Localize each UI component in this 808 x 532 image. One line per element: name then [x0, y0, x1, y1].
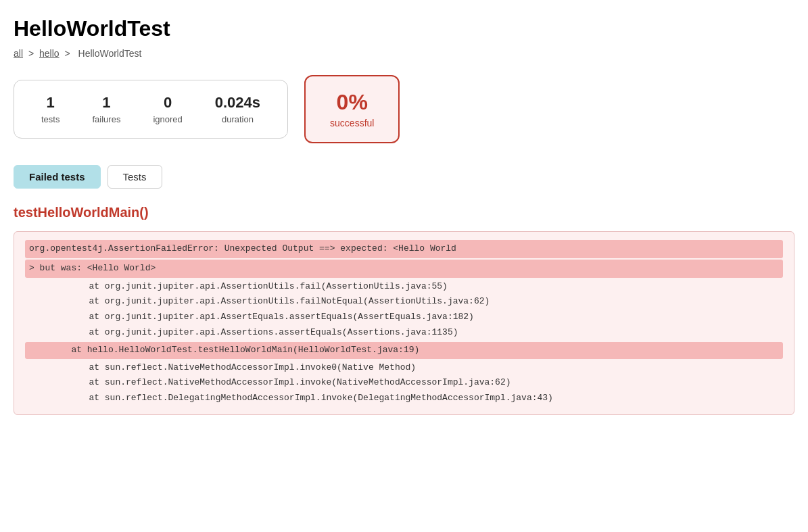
- failures-value: 1: [92, 94, 120, 112]
- error-stack-line: at sun.reflect.DelegatingMethodAccessorI…: [25, 391, 783, 406]
- tab-tests[interactable]: Tests: [108, 165, 162, 189]
- error-block: org.opentest4j.AssertionFailedError: Une…: [14, 231, 794, 415]
- test-method-title: testHelloWorldMain(): [14, 205, 794, 220]
- duration-label: duration: [215, 114, 260, 124]
- page-title: HelloWorldTest: [14, 16, 794, 41]
- error-line-2: > but was: <Hello World>: [25, 260, 783, 278]
- success-label: successful: [330, 118, 374, 128]
- error-stack-line: at sun.reflect.NativeMethodAccessorImpl.…: [25, 360, 783, 376]
- tests-label: tests: [41, 114, 60, 124]
- breadcrumb-current: HelloWorldTest: [78, 48, 142, 59]
- breadcrumb-sep1: >: [28, 48, 34, 59]
- tabs-row: Failed tests Tests: [14, 165, 794, 189]
- stats-row: 1 tests 1 failures 0 ignored 0.024s dura…: [14, 75, 794, 143]
- ignored-label: ignored: [153, 114, 182, 124]
- tests-value: 1: [41, 94, 60, 112]
- failures-label: failures: [92, 114, 120, 124]
- error-stack-line: at hello.HelloWorldTest.testHelloWorldMa…: [25, 342, 783, 359]
- breadcrumb-all[interactable]: all: [14, 48, 23, 59]
- error-stack-line: at sun.reflect.NativeMethodAccessorImpl.…: [25, 375, 783, 391]
- success-percent: 0%: [330, 90, 374, 115]
- error-stack-line: at org.junit.jupiter.api.AssertionUtils.…: [25, 294, 783, 310]
- breadcrumb-hello[interactable]: hello: [39, 48, 60, 59]
- error-stack-line: at org.junit.jupiter.api.AssertEquals.as…: [25, 310, 783, 325]
- stat-failures: 1 failures: [92, 94, 120, 124]
- ignored-value: 0: [153, 94, 182, 112]
- stat-ignored: 0 ignored: [153, 94, 182, 124]
- tab-failed-tests[interactable]: Failed tests: [14, 165, 101, 189]
- error-stack-line: at org.junit.jupiter.api.AssertionUtils.…: [25, 279, 783, 295]
- stat-tests: 1 tests: [41, 94, 60, 124]
- duration-value: 0.024s: [215, 94, 260, 112]
- breadcrumb: all > hello > HelloWorldTest: [14, 48, 794, 59]
- stats-box: 1 tests 1 failures 0 ignored 0.024s dura…: [14, 80, 288, 139]
- stat-duration: 0.024s duration: [215, 94, 260, 124]
- error-stack-line: at org.junit.jupiter.api.Assertions.asse…: [25, 325, 783, 341]
- error-line-1: org.opentest4j.AssertionFailedError: Une…: [25, 240, 783, 258]
- success-box: 0% successful: [304, 75, 400, 143]
- breadcrumb-sep2: >: [64, 48, 70, 59]
